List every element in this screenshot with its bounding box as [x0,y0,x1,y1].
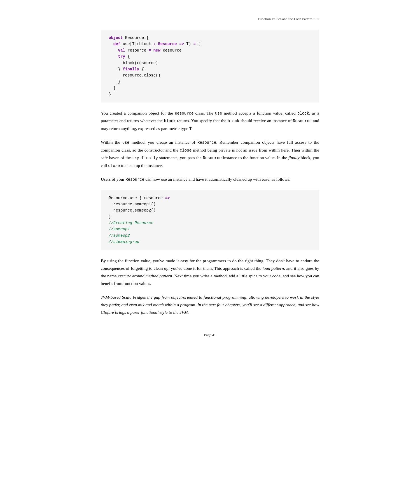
page-footer: Page 41 [101,330,319,337]
header-text: Function Values and the Loan Pattern • 3… [258,17,319,21]
page-header: Function Values and the Loan Pattern • 3… [101,17,319,21]
code-block-1: object Resource { def use[T](block : Res… [101,30,319,103]
paragraph-3: Users of your Resource can now use an in… [101,175,319,183]
paragraph-2: Within the use method, you create an ins… [101,138,319,169]
paragraph-5: JVM-based Scala bridges the gap from obj… [101,293,319,316]
page-number: Page 41 [204,333,216,337]
page: Function Values and the Loan Pattern • 3… [101,0,319,504]
paragraph-1: You created a companion object for the R… [101,109,319,132]
paragraph-4: By using the function value, you've made… [101,257,319,287]
code-block-2: Resource.use { resource => resource.some… [101,190,319,250]
